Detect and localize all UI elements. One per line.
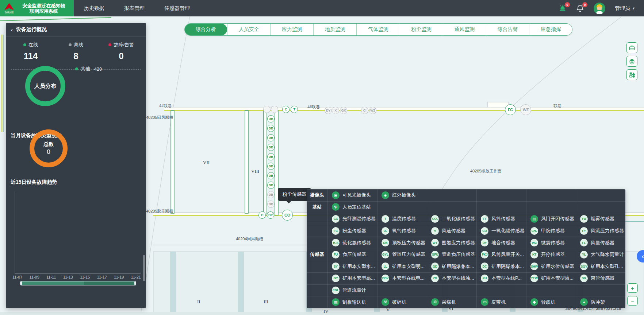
- legend-item[interactable]: FY 风流压力传感器: [576, 225, 625, 237]
- sensor-type-icon: CO: [481, 227, 488, 235]
- map-layers-button[interactable]: [626, 56, 637, 67]
- device-marker[interactable]: DB: [267, 134, 275, 141]
- legend-item[interactable]: ▤ 风门开闭传感器: [526, 213, 576, 225]
- legend-item[interactable]: + 防冲架: [576, 296, 625, 308]
- nav-item[interactable]: 报表管理: [124, 5, 145, 12]
- legend-item[interactable]: FU 负压传感器: [327, 249, 377, 261]
- back-chevron-icon[interactable]: ‹: [11, 27, 13, 33]
- legend-item[interactable]: H₂S 硫化氢传感器: [327, 237, 377, 249]
- device-marker[interactable]: DB: [267, 125, 275, 132]
- monitor-tab[interactable]: 综合告警: [486, 24, 529, 35]
- legend-item[interactable]: ▦ 刮板输送机: [327, 296, 377, 308]
- device-marker[interactable]: DB: [267, 163, 275, 170]
- legend-item[interactable]: ⚒ 破碎机: [377, 296, 427, 308]
- sensor-type-icon: YEW: [530, 275, 538, 282]
- monitor-tab[interactable]: 粉尘监测: [400, 24, 443, 35]
- legend-item[interactable]: YW 烟雾传感器: [576, 213, 625, 225]
- panel-scrollbar[interactable]: [143, 255, 145, 281]
- legend-item[interactable]: SY 矿用本安型水...: [327, 261, 377, 273]
- axis-tick-label: 11-13: [63, 275, 73, 279]
- legend-item[interactable]: ▭ 皮带机: [476, 296, 526, 308]
- device-marker[interactable]: FC: [505, 104, 516, 115]
- device-marker[interactable]: DB: [267, 115, 275, 122]
- legend-item[interactable]: GX 光纤测温传感器: [327, 213, 377, 225]
- device-marker[interactable]: DB: [267, 172, 275, 179]
- legend-item[interactable]: SGY 矿用本安型孔...: [576, 261, 625, 273]
- legend-item[interactable]: KT 开停传感器: [526, 249, 576, 261]
- legend-item[interactable]: ⚙ 采煤机: [427, 296, 476, 308]
- toolbox-button[interactable]: [626, 42, 637, 53]
- legend-item[interactable]: ◈ 红外摄像头: [377, 189, 427, 201]
- legend-item[interactable]: CH₄ 甲烷传感器: [526, 225, 576, 237]
- legend-item[interactable]: DY 地音传感器: [476, 237, 526, 249]
- device-marker[interactable]: DB: [267, 153, 275, 160]
- monitor-tab[interactable]: 应急指挥: [529, 24, 572, 35]
- legend-item[interactable]: LL 矿用本安型明...: [377, 261, 427, 273]
- user-menu[interactable]: 管理员 ▼: [615, 5, 635, 12]
- legend-item[interactable]: CO 一氧化碳传感器: [476, 225, 526, 237]
- legend-item[interactable]: DB 顶板压力传感器: [377, 237, 427, 249]
- legend-item[interactable]: FT 风筒传感器: [476, 213, 526, 225]
- panel-title: 设备运行概况: [16, 26, 47, 33]
- alarm-button[interactable]: 0: [559, 4, 567, 12]
- legend-item[interactable]: ◆ 转载机: [526, 296, 576, 308]
- nav-item[interactable]: 历史数据: [84, 5, 104, 12]
- trend-datazoom-slider[interactable]: [20, 281, 136, 285]
- legend-item[interactable]: DDV 本安型在线电...: [377, 272, 427, 284]
- map-legend-button[interactable]: [626, 69, 637, 80]
- legend-item[interactable]: PH 本安型在线P...: [476, 272, 526, 284]
- device-marker[interactable]: C: [258, 211, 266, 219]
- legend-item[interactable]: SG 束管传感器: [576, 272, 625, 284]
- device-marker[interactable]: WZ: [520, 104, 531, 115]
- device-marker[interactable]: C: [282, 106, 290, 113]
- monitor-tab[interactable]: 应力监测: [270, 24, 313, 35]
- zoom-in-button[interactable]: +: [627, 283, 638, 293]
- device-marker[interactable]: T: [291, 106, 298, 113]
- device-marker[interactable]: CO: [282, 210, 293, 221]
- legend-item[interactable]: V 风速传感器: [427, 225, 476, 237]
- notifications-button[interactable]: 0: [576, 4, 584, 12]
- legend-item[interactable]: ◉ 可见光摄像头: [327, 189, 377, 201]
- monitor-tab[interactable]: 地质监测: [313, 24, 356, 35]
- monitor-tab[interactable]: 气体监测: [356, 24, 399, 35]
- device-marker[interactable]: X: [332, 107, 339, 114]
- legend-item[interactable]: Ψ 人员定位基站: [327, 201, 377, 213]
- device-marker[interactable]: DB: [267, 191, 275, 198]
- device-marker[interactable]: WZ: [369, 107, 376, 114]
- legend-item[interactable]: CO₂ 二氧化碳传感器: [427, 213, 476, 225]
- monitor-tab[interactable]: 综合分析: [184, 24, 227, 35]
- legend-item[interactable]: YEW 矿用本安型液...: [526, 272, 576, 284]
- datazoom-right-handle[interactable]: [134, 281, 136, 285]
- device-marker[interactable]: DB: [267, 201, 275, 208]
- monitor-tab[interactable]: 通风监测: [443, 24, 486, 35]
- legend-item[interactable]: SHW 矿用水位传感器: [526, 261, 576, 273]
- legend-item[interactable]: FL 风量传感器: [576, 237, 625, 249]
- legend-item[interactable]: GY 矿用本安型高...: [327, 272, 377, 284]
- legend-item[interactable]: CGL 管道流量计: [327, 284, 377, 296]
- device-marker[interactable]: [271, 106, 278, 113]
- device-marker[interactable]: DB: [267, 182, 275, 189]
- monitor-tab[interactable]: 人员安全: [227, 24, 270, 35]
- legend-item[interactable]: T 温度传感器: [377, 213, 427, 225]
- legend-item[interactable]: WZ 微震传感器: [526, 237, 576, 249]
- device-marker[interactable]: DY: [267, 211, 274, 219]
- datazoom-left-handle[interactable]: [20, 281, 22, 285]
- legend-item[interactable]: GD 矿用隔爆兼本...: [427, 261, 476, 273]
- legend-item[interactable]: O₂ 氧气传感器: [377, 225, 427, 237]
- nav-item[interactable]: 传感器管理: [164, 5, 190, 12]
- device-marker[interactable]: DY: [325, 107, 332, 114]
- legend-item[interactable]: ZD 本安型在线浊...: [427, 272, 476, 284]
- device-marker[interactable]: GX: [340, 107, 347, 114]
- legend-item[interactable]: DC 矿用隔爆兼本...: [476, 261, 526, 273]
- legend-item[interactable]: GYL 管道压力传感器: [377, 249, 427, 261]
- device-marker[interactable]: DB: [267, 144, 275, 151]
- legend-item[interactable]: FC 粉尘传感器: [327, 225, 377, 237]
- device-marker[interactable]: CI: [361, 107, 368, 114]
- user-avatar[interactable]: [594, 3, 605, 14]
- legend-item[interactable]: WY 围岩应力传感器: [427, 237, 476, 249]
- legend-item[interactable]: FKJ 风筒风量开关...: [476, 249, 526, 261]
- legend-item[interactable]: YL 大气降水雨量计: [576, 249, 625, 261]
- legend-item[interactable]: GFU 管道负压传感器: [427, 249, 476, 261]
- device-marker[interactable]: [263, 106, 271, 113]
- zoom-out-button[interactable]: −: [627, 296, 638, 306]
